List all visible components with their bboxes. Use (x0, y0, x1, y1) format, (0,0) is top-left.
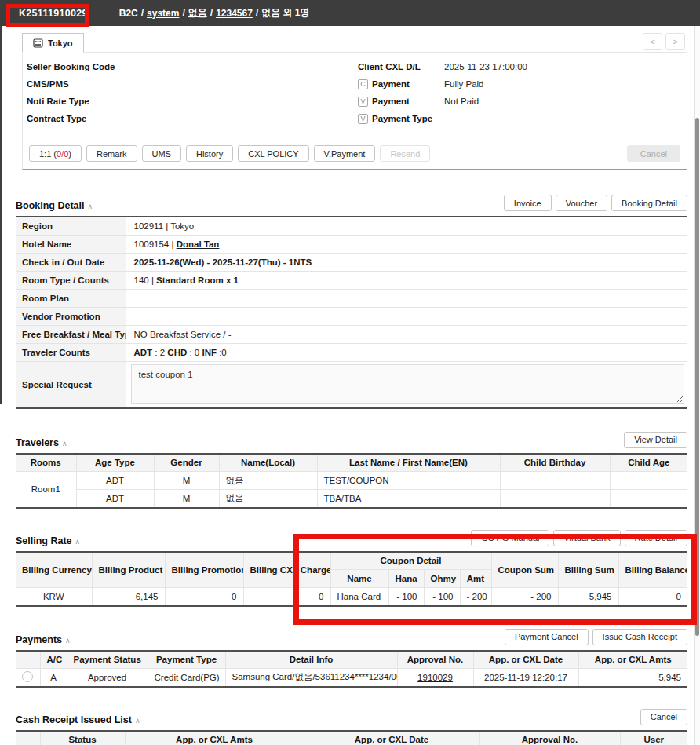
col-app-cxl-date: App. or CXL Date (473, 651, 578, 669)
breadcrumb-separator: / (141, 8, 144, 19)
prev-button[interactable]: < (643, 33, 662, 50)
child-birthday-cell (500, 490, 610, 508)
client-payment-value: Fully Paid (444, 79, 484, 89)
vendor-badge-icon: V (358, 114, 368, 124)
billing-cxl-charge-cell: 0 (243, 588, 330, 606)
payment-cancel-button[interactable]: Payment Cancel (505, 629, 589, 645)
contract-type-label: Contract Type (27, 114, 86, 123)
name-local-cell: 없음 (219, 490, 317, 508)
summary-right-column: Client CXL D/L 2025-11-23 17:00:00 C Pay… (358, 58, 682, 127)
table-row: Room1 ADT M 없음 TEST/COUPON (16, 472, 687, 490)
table-row: Free Breakfast / Meal TypeNO Breakfast S… (16, 325, 687, 343)
child-birthday-cell (500, 472, 610, 490)
scrollbar-thumb[interactable] (695, 118, 699, 636)
history-button[interactable]: History (186, 145, 233, 162)
name-en-cell: TEST/COUPON (317, 472, 500, 490)
v-payment-button[interactable]: V.Payment (314, 145, 376, 162)
top-header-bar: K25111910029 B2C / system / 없음 / 1234567… (0, 0, 700, 26)
billing-promotion-cell: 0 (165, 588, 243, 606)
booking-detail-table: Region102911 | Tokyo Hotel Name 1009154 … (16, 216, 687, 409)
table-row: Room Type / Counts 140 | Standard Room x… (16, 271, 687, 289)
col-billing-product: Billing Product (92, 552, 165, 588)
billing-currency-cell: KRW (16, 588, 92, 606)
ac-cell: A (40, 669, 67, 687)
travelers-title: Travelers∧ (16, 437, 67, 448)
billing-sum-cell: 5,945 (558, 588, 618, 606)
breadcrumb-separator: / (210, 8, 213, 19)
voucher-button[interactable]: Voucher (556, 195, 607, 211)
breadcrumb-channel: B2C (119, 8, 138, 19)
coupon-amt-cell: - 200 (460, 588, 491, 606)
col-billing-balance: Billing Balance (618, 552, 687, 588)
booking-detail-button[interactable]: Booking Detail (611, 195, 687, 211)
window-left-edge (0, 26, 2, 404)
collapse-caret-icon[interactable]: ∧ (135, 717, 140, 725)
age-type-cell: ADT (76, 490, 154, 508)
one-to-one-count: 0/0 (57, 149, 68, 159)
breadcrumb-party: 없음 외 1명 (261, 6, 309, 20)
collapse-caret-icon[interactable]: ∧ (65, 637, 71, 645)
col-age-type: Age Type (76, 454, 154, 472)
col-payment-type: Payment Type (148, 651, 225, 669)
view-detail-button[interactable]: View Detail (624, 432, 687, 448)
cms-pms-label: CMS/PMS (27, 79, 69, 89)
payment-radio[interactable] (22, 671, 33, 682)
cxl-policy-button[interactable]: CXL POLICY (238, 145, 308, 162)
special-request-textarea[interactable]: test coupon 1 (131, 364, 685, 404)
client-cxl-value: 2025-11-23 17:00:00 (444, 62, 527, 71)
col-name-en: Last Name / First Name(EN) (317, 454, 500, 472)
payments-title: Payments∧ (16, 634, 71, 645)
col-name-local: Name(Local) (219, 454, 317, 472)
vertical-scrollbar[interactable] (694, 26, 700, 745)
booking-number: K25111910029 (19, 8, 88, 19)
selling-rate-section: Selling Rate∧ CC PG Manual Virtual Bank … (16, 530, 687, 607)
check-in-out-value: 2025-11-26(Wed) - 2025-11-27(Thu) - 1NTS (126, 253, 687, 271)
breadcrumb-name-link[interactable]: 없음 (188, 6, 207, 20)
collapse-caret-icon[interactable]: ∧ (88, 203, 93, 210)
cash-receipt-cancel-button[interactable]: Cancel (640, 709, 687, 725)
vendor-promotion-value (126, 307, 687, 325)
approval-no-cell: 1910029 (397, 669, 473, 687)
ums-button[interactable]: UMS (142, 145, 181, 162)
breadcrumb-user-link[interactable]: system (147, 8, 179, 19)
invoice-button[interactable]: Invoice (504, 195, 552, 211)
issue-cash-receipt-button[interactable]: Issue Cash Receipt (592, 629, 687, 645)
vendor-payment-value: Not Paid (444, 97, 479, 106)
name-local-cell: 없음 (219, 472, 317, 490)
table-row: Check in / Out Date2025-11-26(Wed) - 202… (16, 253, 687, 271)
col-select (16, 731, 40, 745)
payments-table: A/C Payment Status Payment Type Detail I… (16, 650, 687, 688)
pager-nav: < > (643, 33, 685, 50)
table-row: ADT M 없음 TBA/TBA (16, 490, 687, 508)
one-to-one-button[interactable]: 1:1 (0/0) (29, 145, 82, 162)
check-in-out-label: Check in / Out Date (16, 253, 126, 271)
col-rooms: Rooms (16, 454, 76, 472)
client-badge-icon: C (358, 79, 368, 89)
remark-button[interactable]: Remark (86, 145, 137, 162)
selling-rate-title: Selling Rate∧ (16, 535, 80, 546)
collapse-caret-icon[interactable]: ∧ (62, 440, 67, 447)
virtual-bank-button[interactable]: Virtual Bank (553, 530, 620, 546)
col-app-cxl-amts: App. or CXL Amts (125, 731, 304, 745)
cc-pg-manual-button[interactable]: CC PG Manual (471, 530, 549, 546)
col-approval-no: Approval No. (479, 731, 620, 745)
cash-receipt-section: Cash Receipt Issued List∧ Cancel Status … (16, 709, 687, 745)
rate-detail-button[interactable]: Rate Detail (625, 530, 687, 546)
cash-receipt-table: Status App. or CXL Amts App. or CXL Date… (16, 730, 687, 745)
coupon-ohmy-cell: - 100 (424, 588, 460, 606)
hotel-name-value: 1009154 | Donal Tan (126, 235, 687, 253)
breadcrumb-phone-link[interactable]: 1234567 (216, 8, 253, 19)
payment-detail-link[interactable]: Samsung Card/없음/53611234****1234/00 (232, 672, 398, 681)
hotel-name-label: Hotel Name (16, 235, 126, 253)
summary-left-column: Seller Booking Code CMS/PMS Noti Rate Ty… (27, 58, 358, 127)
travelers-table: Rooms Age Type Gender Name(Local) Last N… (16, 453, 687, 509)
hotel-name-link[interactable]: Donal Tan (177, 239, 220, 249)
special-request-label: Special Request (16, 361, 126, 408)
building-icon (33, 38, 43, 48)
next-button[interactable]: > (665, 33, 685, 50)
collapse-caret-icon[interactable]: ∧ (75, 538, 81, 546)
tab-tokyo[interactable]: Tokyo (22, 33, 84, 53)
col-user: User (620, 731, 687, 745)
approval-no-link[interactable]: 1910029 (417, 673, 453, 682)
table-row: Room Plan (16, 289, 687, 307)
